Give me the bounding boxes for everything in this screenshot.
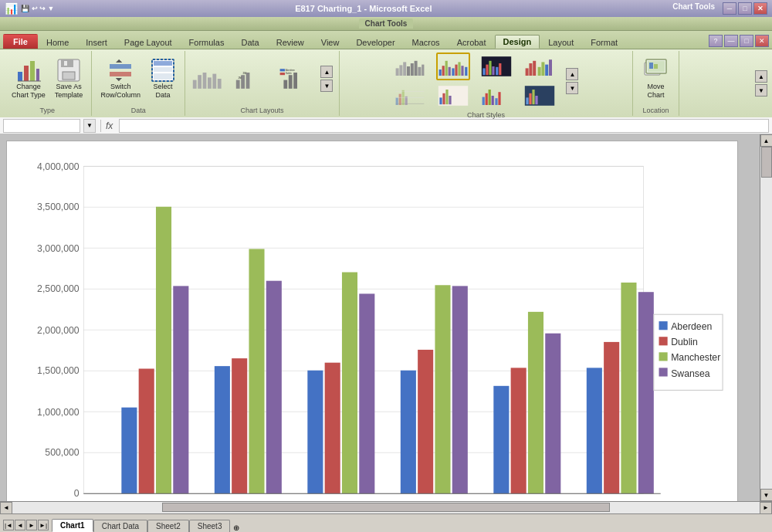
- chart-style-8[interactable]: [523, 82, 557, 110]
- tab-acrobat[interactable]: Acrobat: [449, 36, 495, 49]
- ribbon-tabs: File Home Insert Page Layout Formulas Da…: [0, 31, 772, 49]
- select-data-button[interactable]: SelectData: [146, 56, 180, 102]
- svg-rect-80: [492, 96, 494, 105]
- save-as-template-button[interactable]: Save AsTemplate: [51, 56, 87, 102]
- scroll-left-button[interactable]: ◄: [0, 502, 12, 514]
- svg-rect-21: [218, 79, 222, 89]
- chart-styles-container: ▲ ▼: [393, 53, 578, 110]
- select-data-label: SelectData: [153, 83, 172, 100]
- chart-style-3[interactable]: [479, 53, 513, 80]
- ribbon-group-type: ChangeChart Type Save AsTemplate Type: [3, 51, 92, 116]
- tab-data[interactable]: Data: [232, 36, 267, 49]
- scroll-down-button[interactable]: ▼: [760, 489, 773, 501]
- style-scroll-expand[interactable]: ▼: [566, 82, 578, 94]
- tab-layout[interactable]: Layout: [540, 36, 582, 49]
- ribbon-scroll-up[interactable]: ▲: [755, 70, 767, 83]
- svg-rect-128: [452, 286, 468, 493]
- sheet-nav-last[interactable]: ►|: [38, 520, 49, 530]
- svg-rect-55: [493, 66, 495, 75]
- svg-text:Aberdeen: Aberdeen: [286, 69, 296, 72]
- quick-access: 💾 ↩ ↪ ▼: [21, 5, 54, 12]
- sheet-tab-chartdata[interactable]: Chart Data: [93, 520, 147, 532]
- sheet-tab-chart1[interactable]: Chart1: [52, 519, 93, 532]
- svg-rect-23: [242, 75, 245, 89]
- tab-home[interactable]: Home: [38, 36, 77, 49]
- move-chart-button[interactable]: MoveChart: [638, 56, 672, 102]
- svg-rect-87: [536, 96, 538, 104]
- sheet-nav-next[interactable]: ►: [26, 520, 37, 530]
- chart-style-4[interactable]: [523, 53, 557, 80]
- style-scroll-up[interactable]: ▲: [566, 68, 578, 80]
- chart-style-7[interactable]: [479, 82, 513, 110]
- tab-macros[interactable]: Macros: [404, 36, 449, 49]
- tab-developer[interactable]: Developer: [347, 36, 403, 49]
- horizontal-scrollbar[interactable]: ◄ ►: [0, 501, 772, 513]
- name-box[interactable]: [3, 119, 80, 133]
- scroll-track-h[interactable]: [12, 502, 760, 513]
- tab-insert[interactable]: Insert: [77, 36, 116, 49]
- close-button[interactable]: ✕: [753, 2, 767, 15]
- ribbon-help-button[interactable]: ?: [709, 35, 723, 47]
- vertical-scrollbar[interactable]: ▲ ▼: [760, 134, 772, 501]
- svg-rect-16: [193, 80, 197, 89]
- tab-formulas[interactable]: Formulas: [181, 36, 233, 49]
- sheet-nav-first[interactable]: |◄: [3, 520, 14, 530]
- name-box-dropdown[interactable]: ▼: [83, 119, 96, 133]
- sheet-tab-sheet2[interactable]: Sheet2: [147, 520, 189, 532]
- tab-format[interactable]: Format: [582, 36, 626, 49]
- tab-design[interactable]: Design: [495, 35, 540, 49]
- svg-rect-79: [489, 90, 491, 105]
- svg-rect-92: [654, 64, 658, 69]
- layout-2[interactable]: 1M 2M: [234, 65, 268, 93]
- tab-file[interactable]: File: [3, 34, 38, 49]
- svg-rect-8: [64, 61, 67, 66]
- svg-rect-119: [249, 249, 264, 493]
- svg-rect-56: [496, 67, 499, 75]
- tab-review[interactable]: Review: [268, 36, 313, 49]
- svg-rect-82: [499, 92, 501, 105]
- chart-style-2[interactable]: [436, 53, 470, 80]
- minimize-button[interactable]: ─: [723, 2, 736, 15]
- chart-style-6[interactable]: [436, 82, 470, 110]
- layout-1[interactable]: [191, 65, 225, 93]
- ribbon-content: ChangeChart Type Save AsTemplate Type: [0, 49, 772, 117]
- svg-rect-57: [499, 63, 502, 75]
- sheet-tab-sheet3[interactable]: Sheet3: [189, 520, 231, 532]
- layout-scroll-up[interactable]: ▲: [320, 66, 333, 78]
- svg-rect-61: [538, 67, 541, 76]
- sheet-insert-button[interactable]: ⊕: [233, 524, 239, 532]
- tab-pagelayout[interactable]: Page Layout: [116, 36, 181, 49]
- chart-container[interactable]: 4,000,000 3,500,000 3,000,000 2,500,000 …: [6, 141, 738, 501]
- style-scroll-buttons: ▲ ▼: [566, 68, 578, 94]
- scroll-up-button[interactable]: ▲: [760, 134, 773, 147]
- svg-rect-66: [399, 94, 401, 105]
- svg-rect-131: [528, 312, 543, 493]
- layout-3[interactable]: Aberdeen Dublin: [277, 65, 311, 93]
- switch-row-column-button[interactable]: SwitchRow/Column: [96, 56, 144, 102]
- scroll-thumb-v[interactable]: [761, 147, 772, 178]
- layout-scroll-down[interactable]: ▼: [320, 80, 333, 92]
- svg-rect-38: [411, 63, 414, 76]
- ribbon-close-button[interactable]: ✕: [755, 35, 769, 47]
- tab-view[interactable]: View: [313, 36, 348, 49]
- formula-input[interactable]: [119, 119, 769, 133]
- svg-rect-74: [443, 93, 445, 104]
- svg-rect-118: [232, 358, 247, 493]
- svg-rect-75: [446, 90, 449, 104]
- chart-style-5[interactable]: [393, 82, 427, 110]
- restore-button[interactable]: □: [738, 2, 752, 15]
- svg-rect-47: [455, 65, 458, 76]
- scroll-track-v[interactable]: [760, 147, 772, 489]
- sheet-nav-prev[interactable]: ◄: [15, 520, 25, 530]
- chart-style-1[interactable]: [393, 53, 427, 80]
- svg-rect-31: [280, 73, 285, 75]
- switch-row-column-icon: [108, 58, 133, 83]
- ribbon-restore-button[interactable]: □: [740, 35, 753, 47]
- ribbon-minimize-button[interactable]: —: [724, 35, 738, 47]
- svg-rect-113: [121, 408, 137, 494]
- svg-rect-13: [154, 67, 172, 72]
- scroll-right-button[interactable]: ►: [760, 502, 772, 514]
- ribbon-scroll-down[interactable]: ▼: [755, 84, 767, 97]
- change-chart-type-button[interactable]: ChangeChart Type: [8, 56, 49, 102]
- scroll-thumb-h[interactable]: [162, 503, 611, 512]
